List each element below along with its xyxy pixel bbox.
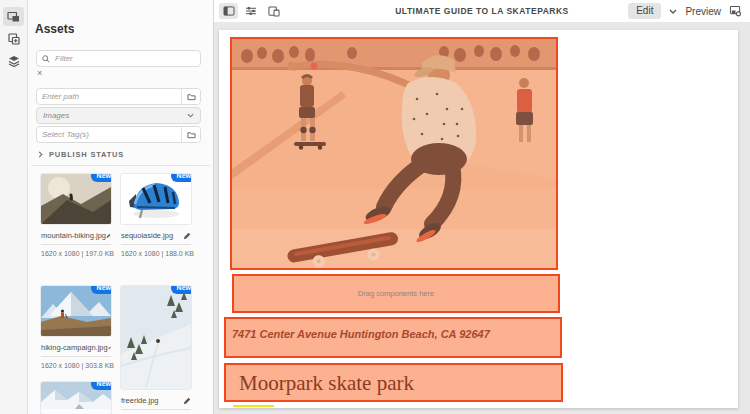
page-settings-button[interactable]	[729, 5, 742, 17]
address-text: 7471 Center Avenue Huntington Beach, CA …	[232, 328, 490, 340]
asset-type-select[interactable]: Images	[36, 107, 201, 124]
side-panel-icon	[223, 6, 235, 16]
preview-button[interactable]: Preview	[685, 6, 721, 17]
filter-input[interactable]	[50, 54, 200, 63]
asset-name: freeride.jpg	[121, 396, 159, 405]
editor-canvas: Drag components here 7471 Center Avenue …	[214, 22, 750, 414]
panel-divider	[31, 165, 210, 166]
new-badge: New	[91, 382, 111, 390]
edit-pencil-icon[interactable]	[108, 344, 111, 352]
publish-status-accordion[interactable]: PUBLISH STATUS	[38, 150, 124, 159]
chevron-down-icon	[187, 113, 194, 118]
chevron-right-icon	[38, 151, 43, 158]
devices-icon	[268, 6, 280, 17]
asset-finder-button[interactable]	[3, 7, 24, 26]
new-badge: New	[171, 174, 191, 182]
address-text-component[interactable]: 7471 Center Avenue Huntington Beach, CA …	[224, 317, 562, 358]
asset-type-value: Images	[43, 111, 187, 120]
tags-field[interactable]	[36, 126, 201, 143]
folder-icon	[187, 93, 196, 101]
asset-card-hiking-campaign: New hiking-campaign.jpg 1620 x 1080 | 30…	[41, 286, 111, 369]
search-icon	[42, 55, 50, 63]
publish-status-label: PUBLISH STATUS	[49, 150, 124, 159]
browse-path-button[interactable]	[181, 89, 200, 104]
assets-panel: Assets × Images PUBLISH S	[28, 0, 214, 414]
components-button[interactable]	[3, 29, 24, 48]
asset-size: 1620 x 1080 | 303.8 KB	[41, 362, 111, 369]
path-input[interactable]	[37, 92, 181, 101]
asset-name: sequoiaside.jpg	[121, 231, 173, 240]
path-field[interactable]	[36, 88, 201, 105]
editor-toolbar: ULTIMATE GUIDE TO LA SKATEPARKS Edit Pre…	[214, 0, 750, 23]
asset-card-freeride: New freeride.jpg	[121, 286, 191, 410]
toolbar-right-controls: Edit Preview	[628, 0, 742, 22]
drop-zone-component[interactable]: Drag components here	[232, 274, 560, 313]
new-badge: New	[91, 286, 111, 294]
asset-name: hiking-campaign.jpg	[41, 343, 108, 352]
browse-tags-button[interactable]	[181, 127, 200, 142]
sliders-icon	[245, 6, 257, 16]
hero-image-component[interactable]	[230, 37, 558, 270]
page-surface: Drag components here 7471 Center Avenue …	[219, 30, 738, 408]
tags-input[interactable]	[37, 130, 181, 139]
page-settings-icon	[729, 5, 742, 17]
side-rail	[0, 0, 28, 414]
asset-thumbnail[interactable]: New	[121, 286, 191, 389]
heading-text: Moorpark skate park	[239, 371, 414, 395]
asset-thumbnail[interactable]: New	[121, 174, 191, 224]
page-properties-button[interactable]	[241, 3, 260, 19]
edit-pencil-icon[interactable]	[183, 232, 191, 240]
asset-thumbnail[interactable]: New	[41, 286, 111, 336]
asset-thumbnail[interactable]: New	[41, 382, 111, 414]
emulator-button[interactable]	[264, 3, 283, 19]
components-icon	[8, 33, 20, 45]
skatepark-photo	[232, 39, 556, 268]
new-badge: New	[171, 286, 191, 294]
asset-card-sequoiaside: New sequoiaside.jpg 1620 x 1080 | 188.0 …	[121, 174, 191, 257]
asset-card-partial: New	[41, 382, 111, 414]
new-badge: New	[91, 174, 111, 182]
toggle-side-panel-button[interactable]	[219, 3, 238, 19]
mode-chevron-down-icon[interactable]	[669, 9, 677, 14]
asset-size: 1620 x 1080 | 188.0 KB	[121, 250, 191, 257]
filter-field[interactable]	[36, 50, 201, 67]
content-tree-button[interactable]	[3, 51, 24, 70]
edit-pencil-icon[interactable]	[106, 232, 111, 240]
clear-filter-icon[interactable]: ×	[37, 69, 42, 78]
asset-size: 1620 x 1080 | 197.0 KB	[41, 250, 111, 257]
divider-line	[233, 405, 274, 407]
edit-pencil-icon[interactable]	[183, 397, 191, 405]
asset-card-mountain-biking: New mountain-biking.jpg 1620 x 1080 | 19…	[41, 174, 111, 257]
freeride-thumbnail-art	[121, 286, 191, 389]
asset-finder-icon	[7, 11, 20, 23]
folder-icon	[187, 131, 196, 139]
assets-panel-title: Assets	[35, 22, 74, 36]
asset-name: mountain-biking.jpg	[41, 231, 106, 240]
asset-thumbnail[interactable]: New	[41, 174, 111, 224]
edit-mode-button[interactable]: Edit	[628, 3, 661, 19]
content-tree-icon	[8, 55, 20, 67]
heading-component[interactable]: Moorpark skate park	[224, 363, 563, 402]
drop-zone-label: Drag components here	[358, 289, 434, 298]
